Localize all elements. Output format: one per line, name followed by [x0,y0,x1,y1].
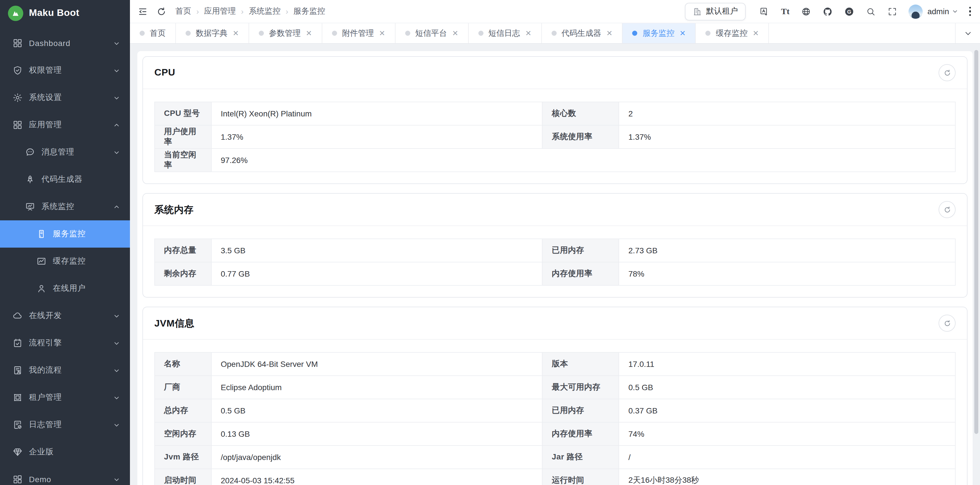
close-icon[interactable]: ✕ [525,30,531,37]
close-icon[interactable]: ✕ [606,30,612,37]
tab-数据字典[interactable]: 数据字典 ✕ [176,23,249,43]
breadcrumb-item[interactable]: 应用管理 [204,6,236,16]
gitee-icon[interactable]: G [845,6,854,16]
sidebar-item-label: 系统监控 [41,202,74,212]
search-icon[interactable] [866,6,876,16]
sidebar-item-Demo[interactable]: Demo [0,466,130,485]
field-value: 2024-05-03 15:42:55 [212,469,542,485]
close-icon[interactable]: ✕ [379,30,385,37]
refresh-page-icon[interactable] [157,6,166,16]
tab-label: 数据字典 [196,28,228,38]
diamond-icon [13,447,23,457]
app-window: Maku Boot Dashboard 权限管理 系统设置 应用管理 消息管理 … [0,0,980,485]
chevron-up-icon [113,204,120,210]
tab-服务监控[interactable]: 服务监控 ✕ [623,23,696,43]
tab-label: 首页 [150,28,166,38]
topbar-right: 默认租户 TtG admin [685,3,972,20]
github-icon [823,6,833,16]
user-menu[interactable]: admin [909,4,958,18]
panel-body: 名称 OpenJDK 64-Bit Server VM版本 17.0.11厂商 … [143,340,967,485]
sidebar-item-在线用户[interactable]: 在线用户 [0,275,130,302]
collapse-sidebar-icon[interactable] [138,6,148,16]
tab-代码生成器[interactable]: 代码生成器 ✕ [542,23,623,43]
tab-短信日志[interactable]: 短信日志 ✕ [468,23,542,43]
sidebar-item-应用管理[interactable]: 应用管理 [0,111,130,139]
table-row: 内存总量 3.5 GB已用内存 2.73 GB [154,239,955,262]
sidebar-item-权限管理[interactable]: 权限管理 [0,57,130,84]
close-icon[interactable]: ✕ [753,30,759,37]
topbar: 首页›应用管理›系统监控›服务监控 默认租户 TtG admin [130,0,980,23]
sidebar-item-label: 缓存监控 [53,256,86,266]
search-icon [866,6,876,16]
fullscreen-icon[interactable] [888,6,897,16]
sidebar-item-我的流程[interactable]: 我的流程 [0,357,130,384]
table-row: 厂商 Eclipse Adoptium最大可用内存 0.5 GB [154,376,955,399]
sidebar-item-Dashboard[interactable]: Dashboard [0,30,130,57]
panel-header: JVM信息 [143,307,967,340]
clipboard-check-icon [13,338,23,348]
sidebar-item-流程引擎[interactable]: 流程引擎 [0,329,130,357]
translate-icon[interactable] [760,6,769,16]
tab-status-dot [405,31,410,36]
sidebar-item-在线开发[interactable]: 在线开发 [0,302,130,329]
panel-refresh-button[interactable] [939,64,956,81]
close-icon[interactable]: ✕ [452,30,458,37]
sidebar-item-系统监控[interactable]: 系统监控 [0,193,130,220]
field-value: OpenJDK 64-Bit Server VM [212,353,542,376]
doc-check-icon [13,420,23,430]
field-value: 0.5 GB [212,399,542,422]
tab-附件管理[interactable]: 附件管理 ✕ [322,23,396,43]
table-row: 总内存 0.5 GB已用内存 0.37 GB [154,399,955,422]
github-icon[interactable] [823,6,833,16]
tab-参数管理[interactable]: 参数管理 ✕ [249,23,322,43]
sidebar-item-租户管理[interactable]: 租户管理 [0,384,130,411]
breadcrumb-item[interactable]: 首页 [175,6,191,16]
tab-list-dropdown-icon[interactable] [955,23,980,43]
logo[interactable]: Maku Boot [0,0,130,26]
table-row: 名称 OpenJDK 64-Bit Server VM版本 17.0.11 [154,353,955,376]
content-area[interactable]: CPU CPU 型号 Intel(R) Xeon(R) Platinum核心数 … [130,44,980,485]
panel-refresh-button[interactable] [939,314,956,332]
panel-JVM信息: JVM信息 名称 OpenJDK 64-Bit Server VM版本 17.0… [142,307,967,485]
close-icon[interactable]: ✕ [679,30,686,37]
field-value: 78% [619,262,955,286]
font-size-icon[interactable]: Tt [781,6,790,16]
doc-check-icon [13,420,23,430]
sidebar-item-企业版[interactable]: 企业版 [0,439,130,466]
field-value: 3.5 GB [212,239,542,262]
field-label: 内存使用率 [542,422,619,445]
tab-缓存监控[interactable]: 缓存监控 ✕ [696,23,769,43]
rocket-icon [25,174,35,185]
close-icon[interactable]: ✕ [306,30,312,37]
sidebar-item-代码生成器[interactable]: 代码生成器 [0,166,130,193]
sidebar-item-label: 租户管理 [29,392,62,403]
globe-icon[interactable] [802,6,811,16]
tenant-select[interactable]: 默认租户 [685,3,746,20]
breadcrumb-item[interactable]: 服务监控 [293,6,325,16]
sidebar-item-label: 权限管理 [29,65,62,75]
tab-list: 首页 数据字典 ✕ 参数管理 ✕ 附件管理 ✕ 短信平台 ✕ 短信日志 ✕ 代码… [130,23,769,43]
chart-icon [36,256,46,266]
tab-status-dot [632,31,638,36]
sidebar-item-日志管理[interactable]: 日志管理 [0,411,130,439]
cloud-icon [13,311,23,321]
close-icon[interactable]: ✕ [233,30,239,37]
tab-短信平台[interactable]: 短信平台 ✕ [395,23,468,43]
cloud-icon [13,311,23,321]
tab-首页[interactable]: 首页 [130,23,176,43]
sidebar-item-缓存监控[interactable]: 缓存监控 [0,247,130,275]
vertical-scrollbar[interactable] [974,50,978,434]
panel-refresh-button[interactable] [939,201,956,218]
descriptions-table: 名称 OpenJDK 64-Bit Server VM版本 17.0.11厂商 … [154,352,956,485]
breadcrumb-item[interactable]: 系统监控 [249,6,281,16]
doc-user-icon [13,365,23,375]
refresh-icon [943,319,951,327]
sidebar-item-系统设置[interactable]: 系统设置 [0,84,130,111]
globe-icon [802,6,811,16]
sidebar-item-服务监控[interactable]: 服务监控 [0,220,130,247]
panel-header: CPU [143,57,967,89]
kebab-menu-icon[interactable] [968,6,972,18]
user-icon [36,283,46,294]
panel-body: 内存总量 3.5 GB已用内存 2.73 GB剩余内存 0.77 GB内存使用率… [143,226,967,297]
sidebar-item-消息管理[interactable]: 消息管理 [0,139,130,166]
